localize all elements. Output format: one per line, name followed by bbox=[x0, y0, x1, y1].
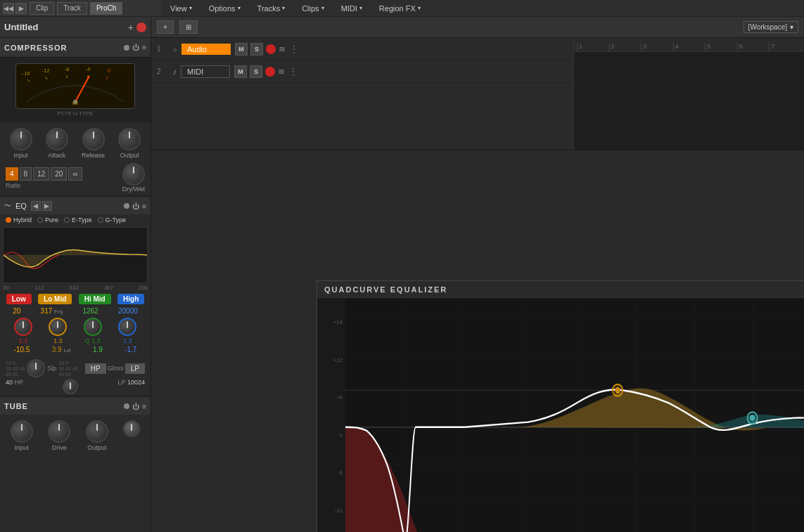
band-btn-high[interactable]: High bbox=[117, 294, 144, 304]
menu-clips[interactable]: Clips ▾ bbox=[299, 0, 326, 16]
tab-proch[interactable]: ProCh bbox=[90, 2, 122, 15]
audio-track-name[interactable]: Audio bbox=[181, 44, 231, 55]
ratio-btn-20[interactable]: 20 bbox=[51, 167, 67, 181]
add-track-toolbar-btn[interactable]: + bbox=[157, 20, 174, 34]
tube-knob-input[interactable] bbox=[11, 420, 33, 443]
track-headers: 1 ⬦ Audio M S ≋ ⋮ 2 ♪ MIDI bbox=[151, 38, 573, 150]
tube-knob-pan[interactable] bbox=[123, 420, 140, 437]
hp-section-left: 18 6 36 42 48 48 42 Slp 18 6 36 42 48 48… bbox=[6, 359, 78, 377]
hp-lp-row: 18 6 36 42 48 48 42 Slp 18 6 36 42 48 48… bbox=[0, 358, 151, 379]
knob-hp-freq[interactable] bbox=[63, 379, 78, 394]
eq-popup-header: QUADCURVE EQUALIZER ⊡ ✕ bbox=[317, 281, 804, 298]
eq-power-btn[interactable]: ⏻ bbox=[132, 202, 139, 210]
eq-mini-graph bbox=[3, 227, 148, 283]
eq-mode-gtype[interactable]: G-Type bbox=[98, 216, 127, 223]
right-panel: + ⊞ [Workspace] ▾ 1 ⬦ Audio M S bbox=[151, 17, 804, 532]
knob-drywet[interactable] bbox=[122, 163, 145, 186]
eq-mode-hybrid-label: Hybrid bbox=[13, 216, 32, 223]
ratio-btn-8[interactable]: 8 bbox=[20, 167, 32, 181]
menu-midi-arrow: ▾ bbox=[359, 5, 362, 11]
menu-options[interactable]: Options ▾ bbox=[206, 0, 243, 16]
band-btn-lomid[interactable]: Lo Mid bbox=[38, 294, 72, 304]
eq-band-freq-high: 20000 bbox=[118, 307, 138, 315]
eq-indicator bbox=[124, 203, 129, 209]
midi-rec-btn[interactable] bbox=[265, 67, 275, 77]
midi-expand-btn[interactable]: ⋮ bbox=[289, 67, 298, 77]
tube-power-btn[interactable]: ⏻ bbox=[132, 403, 139, 410]
ratio-btn-4[interactable]: 4 bbox=[6, 167, 18, 181]
ratio-buttons: 4 8 12 20 ∞ bbox=[6, 167, 82, 181]
ratio-btn-12[interactable]: 12 bbox=[33, 167, 49, 181]
eq-mode-gtype-label: G-Type bbox=[106, 216, 127, 223]
hp-btn[interactable]: HP bbox=[85, 363, 106, 374]
ruler-mark-1: 1 bbox=[577, 43, 609, 51]
midi-mute-btn[interactable]: M bbox=[234, 65, 247, 78]
knob-output[interactable] bbox=[118, 128, 141, 150]
audio-rec-btn[interactable] bbox=[266, 44, 276, 54]
compressor-menu-btn[interactable]: ≡ bbox=[142, 44, 146, 51]
tube-knob-drive[interactable] bbox=[48, 420, 70, 443]
knob-hp-slope[interactable] bbox=[27, 359, 45, 377]
nav-back-btn[interactable]: ◀◀ bbox=[3, 3, 14, 14]
eq-mode-etype[interactable]: E-Type bbox=[64, 216, 92, 223]
db-label-m6-l: -6 bbox=[317, 469, 343, 476]
radio-hybrid bbox=[6, 217, 11, 223]
tab-clip[interactable]: Clip bbox=[30, 2, 54, 15]
track-power-btn[interactable] bbox=[136, 22, 146, 32]
eq-knob-low[interactable] bbox=[14, 318, 32, 336]
db-label-p18-l: +18 bbox=[317, 319, 343, 325]
eq-band-freq-low: 20 bbox=[13, 307, 20, 315]
menu-midi[interactable]: MIDI ▾ bbox=[338, 0, 365, 16]
audio-expand-btn[interactable]: ⋮ bbox=[290, 44, 298, 54]
lp-btn[interactable]: LP bbox=[125, 363, 145, 374]
eq-nav-next[interactable]: ▶ bbox=[42, 201, 52, 211]
grid-view-btn[interactable]: ⊞ bbox=[179, 20, 198, 34]
compressor-power-btn[interactable]: ⏻ bbox=[132, 44, 139, 51]
knob-attack[interactable] bbox=[46, 128, 68, 150]
band-btn-low[interactable]: Low bbox=[6, 294, 32, 304]
eq-menu-btn[interactable]: ≡ bbox=[142, 202, 146, 210]
band-btn-himid[interactable]: Hi Mid bbox=[79, 294, 111, 304]
knob-input[interactable] bbox=[10, 128, 32, 150]
db-label-m12-l: -12 bbox=[317, 507, 343, 514]
tracks-toolbar: + ⊞ [Workspace] ▾ bbox=[151, 17, 804, 38]
midi-solo-btn[interactable]: S bbox=[250, 65, 262, 78]
add-track-btn[interactable]: + bbox=[128, 22, 134, 33]
compressor-label: COMPRESSOR bbox=[4, 44, 67, 52]
svg-text:-8: -8 bbox=[64, 66, 70, 72]
ratio-btn-inf[interactable]: ∞ bbox=[68, 167, 82, 181]
eq-mode-hybrid[interactable]: Hybrid bbox=[6, 216, 32, 223]
lp-freq-label: LP 10024 bbox=[118, 379, 145, 394]
eq-knob-himid-group: Q 1.3 bbox=[84, 318, 102, 344]
nav-fwd-btn[interactable]: ▶ bbox=[15, 3, 27, 14]
eq-gain-row: -10.5 3.9 Lvl 1.9 -1.7 bbox=[3, 346, 148, 353]
eq-nav-prev[interactable]: ◀ bbox=[31, 201, 41, 211]
menu-tracks[interactable]: Tracks ▾ bbox=[255, 0, 288, 16]
svg-text:-12: -12 bbox=[42, 67, 50, 74]
top-bar-left: ◀◀ ▶ Clip Track ProCh bbox=[0, 0, 162, 16]
timeline-ruler: 1 2 3 4 5 6 7 bbox=[574, 38, 804, 52]
eq-knob-lomid[interactable] bbox=[49, 318, 67, 336]
ruler-mark-2: 2 bbox=[609, 43, 642, 51]
workspace-select[interactable]: [Workspace] ▾ bbox=[744, 21, 798, 33]
tube-knob-input-group: Input bbox=[11, 420, 33, 451]
menu-regionfx[interactable]: Region FX ▾ bbox=[376, 0, 423, 16]
midi-track-name[interactable]: MIDI bbox=[181, 65, 230, 78]
menu-view[interactable]: View ▾ bbox=[167, 0, 195, 16]
audio-solo-btn[interactable]: S bbox=[250, 43, 263, 56]
tab-track[interactable]: Track bbox=[57, 2, 87, 15]
eq-gain-lomid: 3.9 Lvl bbox=[52, 346, 71, 353]
eq-mode-pure[interactable]: Pure bbox=[37, 216, 58, 223]
tube-knob-output[interactable] bbox=[86, 420, 108, 443]
knob-release[interactable] bbox=[82, 128, 105, 150]
compressor-header: COMPRESSOR ⏻ ≡ bbox=[0, 38, 151, 58]
tube-menu-btn[interactable]: ≡ bbox=[142, 403, 146, 410]
radio-pure bbox=[37, 217, 43, 223]
eq-knob-himid[interactable] bbox=[84, 318, 102, 336]
eq-knob-high[interactable] bbox=[118, 318, 136, 336]
compressor-knobs-row: Input Attack Release Output bbox=[0, 122, 151, 162]
audio-mute-btn[interactable]: M bbox=[235, 43, 248, 56]
hp-bottom-row: HP Gloss LP bbox=[85, 359, 145, 377]
eq-band-freq-himid: 1262 bbox=[82, 307, 98, 315]
eq-knob-lomid-group: 1.3 bbox=[49, 318, 67, 344]
